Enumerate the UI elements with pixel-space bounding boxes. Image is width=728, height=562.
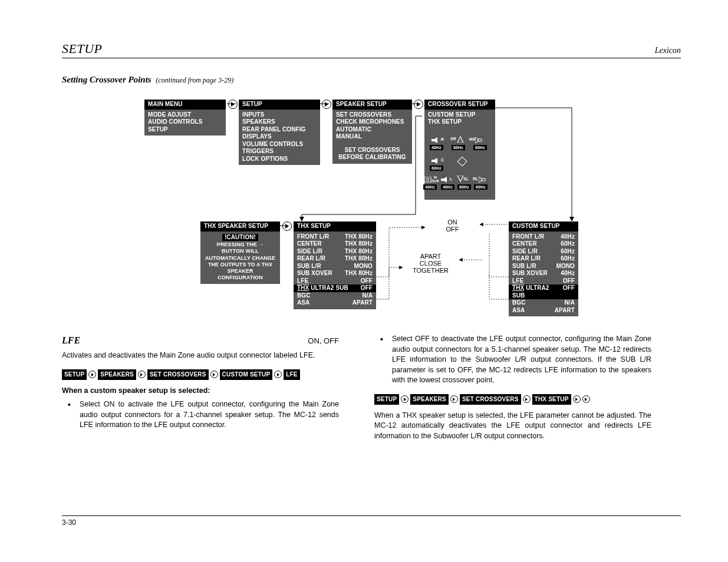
arrow-right-icon <box>523 395 531 403</box>
param-row: SUB XOVER40Hz <box>512 270 575 277</box>
main-menu-panel: MAIN MENU MODE ADJUST AUDIO CONTROLS SET… <box>144 100 226 135</box>
speaker-l-icon <box>441 177 449 184</box>
arrow-right-icon <box>282 222 292 231</box>
param-row: CENTERTHX 80Hz <box>297 240 373 248</box>
freq-chip: 60Hz <box>430 166 443 171</box>
param-row: ASAAPART <box>297 299 373 307</box>
subtitle-main: Setting Crossover Points <box>62 75 151 84</box>
subtitle: Setting Crossover Points (continued from… <box>62 75 681 85</box>
menu-item: INPUTS <box>242 111 317 119</box>
menu-item: LOCK OPTIONS <box>242 156 317 163</box>
panel-title: THX SPEAKER SETUP <box>200 222 280 232</box>
menu-item: MODE ADJUST <box>148 111 222 119</box>
freq-chip: 40Hz <box>430 145 443 150</box>
speaker-label: L <box>450 177 452 182</box>
subtitle-continued: (continued from page 3-29) <box>156 76 233 84</box>
body-columns: LFE ON, OFF Activates and deactivates th… <box>62 334 681 447</box>
speaker-r-icon <box>431 137 440 145</box>
menu-item: THX SETUP <box>428 118 492 126</box>
param-row: SIDE L/R60Hz <box>512 248 575 256</box>
breadcrumb-item: SPEAKERS <box>98 369 136 380</box>
speaker-sub-icon <box>424 177 431 184</box>
param-row: SUB L/RMONO <box>512 263 575 270</box>
arrow-right-icon <box>401 395 409 403</box>
caution-label: !CAUTION! <box>222 234 258 242</box>
menu-item: SET CROSSOVERS <box>336 111 409 119</box>
breadcrumb-item: SPEAKERS <box>410 394 449 405</box>
panel-title: SPEAKER SETUP <box>332 100 412 110</box>
param-row: BGCN/A <box>297 292 373 300</box>
caution-body: THE OUTPUTS TO A THX <box>204 262 276 268</box>
menu-item: SETUP <box>148 126 222 134</box>
arrow-right-icon <box>210 371 218 378</box>
caution-body: AUTOMATICALLY CHANGE <box>204 255 276 262</box>
footer: 3-30 <box>62 515 681 527</box>
param-row: SUB L/RMONO <box>297 263 373 270</box>
panel-title: SETUP <box>239 100 320 110</box>
freq-chip: 60Hz <box>473 145 487 150</box>
menu-option: CLOSE <box>403 260 459 267</box>
panel-title: MAIN MENU <box>144 100 226 110</box>
speaker-rl-icon <box>479 177 490 184</box>
freq-chip: 80Hz <box>452 145 465 150</box>
freq-chip: 40Hz <box>441 184 454 190</box>
freq-chip: 80Hz <box>457 184 471 190</box>
speaker-sr-icon <box>456 134 465 143</box>
thx-setup-panel: THX SETUP FRONT L/RTHX 80Hz CENTERTHX 80… <box>294 222 376 309</box>
on-off-sub-menu: ON OFF <box>424 219 480 233</box>
panel-title: CROSSOVER SETUP <box>424 100 495 110</box>
lfe-heading: LFE <box>62 334 80 347</box>
menu-item: CUSTOM SETUP <box>428 111 492 119</box>
param-row: LFEOFF <box>512 277 575 285</box>
header-section: SETUP <box>62 41 103 57</box>
menu-item: CHECK MICROPHONES <box>336 118 409 126</box>
param-row: REAR L/RTHX 80Hz <box>297 255 373 263</box>
speaker-rr-icon <box>475 137 487 145</box>
breadcrumb-item: SETUP <box>62 369 87 380</box>
right-column: Select OFF to deactivate the LFE output … <box>374 334 651 447</box>
breadcrumb-item: SETUP <box>374 394 399 405</box>
param-row: SIDE L/RTHX 80Hz <box>297 248 373 256</box>
arrow-right-icon <box>138 371 146 378</box>
freq-chip: 40Hz <box>423 184 437 190</box>
param-row-highlight: THX THX ULTRA2 SUBULTRA2 SUBOFF <box>294 285 376 292</box>
menu-item: DISPLAYS <box>242 133 317 141</box>
speaker-setup-panel: SPEAKER SETUP SET CROSSOVERS CHECK MICRO… <box>332 100 412 164</box>
panel-footer: SET CROSSOVERS <box>336 147 409 154</box>
param-row: ASAAPART <box>512 307 575 315</box>
caution-body: SPEAKER <box>204 268 276 275</box>
menu-item: REAR PANEL CONFIG <box>242 126 317 134</box>
param-row: BGCN/A <box>512 299 575 307</box>
arrow-right-icon <box>322 100 331 109</box>
arrow-right-icon <box>88 371 96 378</box>
custom-setup-panel: CUSTOM SETUP FRONT L/R40Hz CENTER60Hz SI… <box>509 222 578 316</box>
listener-diamond-icon <box>457 156 467 166</box>
breadcrumb-item: CUSTOM SETUP <box>220 369 273 380</box>
speaker-label: R <box>441 137 444 143</box>
menu-option: OFF <box>424 226 480 233</box>
panel-title: THX SETUP <box>294 222 376 232</box>
arrow-right-icon <box>274 371 282 378</box>
param-row: FRONT L/R40Hz <box>512 233 575 241</box>
crossover-setup-panel: CROSSOVER SETUP CUSTOM SETUP THX SETUP R… <box>424 100 495 200</box>
param-row: REAR L/R60Hz <box>512 255 575 263</box>
speaker-label: RR <box>469 137 475 143</box>
header-brand: Lexicon <box>655 46 681 55</box>
param-row: SUB XOVERTHX 80Hz <box>297 270 373 277</box>
breadcrumb-item: SET CROSSOVERS <box>460 394 521 405</box>
breadcrumb-custom: SETUP SPEAKERS SET CROSSOVERS CUSTOM SET… <box>62 369 339 380</box>
freq-chip: 60Hz <box>474 184 487 190</box>
param-row-highlight: THX ULTRA2 SUBOFF <box>509 285 578 299</box>
speaker-layout-diagram: R SR RR 40Hz 80Hz 60Hz C 60Hz <box>428 134 492 193</box>
svg-rect-4 <box>424 177 431 182</box>
menu-option: TOGETHER <box>403 267 459 274</box>
lfe-values: ON, OFF <box>308 336 339 346</box>
caution-body: CONFIGURATION <box>204 275 276 281</box>
spacing-sub-menu: APART CLOSE TOGETHER <box>403 253 459 274</box>
svg-point-5 <box>427 178 429 180</box>
header: SETUP Lexicon <box>62 41 681 58</box>
list-item: Select OFF to deactivate the LFE output … <box>374 334 651 386</box>
menu-option: APART <box>403 253 459 260</box>
caution-body: PRESSING THE → <box>204 242 276 248</box>
menu-item: VOLUME CONTROLS <box>242 141 317 148</box>
